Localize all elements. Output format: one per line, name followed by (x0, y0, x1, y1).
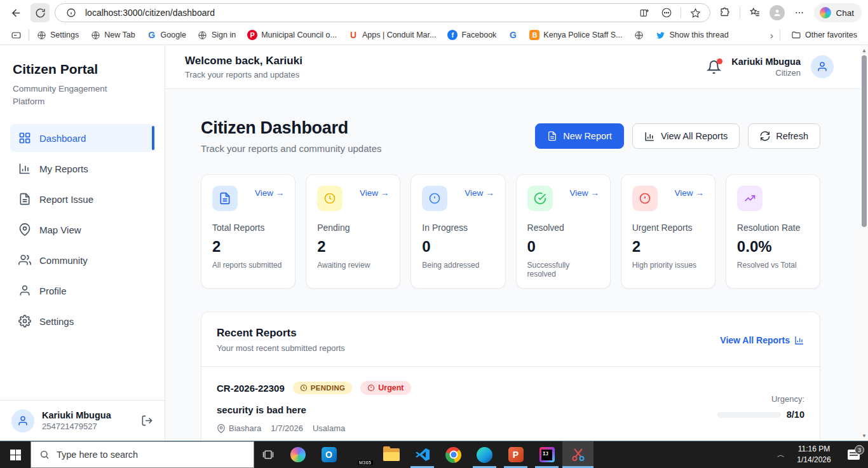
other-favorites-button[interactable]: Other favorites (787, 28, 862, 42)
view-all-reports-link[interactable]: View All Reports (720, 335, 804, 345)
sidebar-item-label: Map View (39, 224, 81, 235)
taskbar-app-m365-copilot[interactable]: M365 (344, 441, 376, 468)
stat-card-resolved[interactable]: View → Resolved 0 Successfully resolved (516, 174, 611, 289)
sidebar-user-name: Kariuki Mbugua (42, 410, 111, 420)
stat-value: 2 (632, 238, 704, 256)
report-id: CR-2026-22309 (217, 383, 285, 394)
document-icon (212, 186, 238, 211)
back-icon[interactable] (6, 3, 25, 22)
search-placeholder: Type here to search (57, 450, 138, 460)
sidebar-item-profile[interactable]: Profile (10, 277, 154, 305)
bookmark-google[interactable]: G Google (142, 28, 191, 42)
stat-card-pending[interactable]: View → Pending 2 Awaiting review (306, 174, 400, 289)
view-link[interactable]: View → (360, 188, 389, 198)
bookmark-globe-icon-only[interactable] (630, 28, 649, 42)
site-info-icon[interactable] (63, 4, 79, 21)
settings-menu-icon[interactable] (790, 3, 809, 22)
taskbar-search[interactable]: Type here to search (31, 441, 254, 468)
tray-clock[interactable]: 11:16 PM 1/14/2026 (789, 444, 839, 466)
sidebar-item-report-issue[interactable]: Report Issue (10, 185, 154, 213)
globe-icon (634, 30, 644, 40)
favorites-hub-icon[interactable] (745, 3, 764, 22)
bar-chart-icon (18, 162, 31, 175)
view-link[interactable]: View → (675, 188, 704, 198)
bookmark-sign-in[interactable]: Sign in (193, 28, 240, 42)
tray-chevron-icon[interactable]: ︿ (773, 450, 789, 460)
stat-card-total-reports[interactable]: View → Total Reports 2 All reports submi… (201, 174, 295, 289)
url-input[interactable]: localhost:3000/citizen/dashboard (85, 8, 630, 18)
sidebar-item-dashboard[interactable]: Dashboard (10, 124, 154, 152)
bookmark-new-tab[interactable]: New Tab (86, 28, 139, 42)
app-subtitle: Community Engagement Platform (13, 83, 121, 107)
taskbar-app-file-explorer[interactable] (376, 441, 407, 468)
view-all-reports-button[interactable]: View All Reports (632, 123, 740, 149)
taskbar-app-powerpoint[interactable]: P (500, 441, 531, 468)
sidebar-item-my-reports[interactable]: My Reports (10, 155, 154, 182)
view-link[interactable]: View → (569, 188, 599, 198)
bookmark-settings[interactable]: Settings (32, 28, 83, 42)
taskbar-app-outlook[interactable]: O (313, 441, 344, 468)
refresh-button[interactable]: Refresh (748, 123, 820, 149)
task-view-button[interactable] (254, 441, 282, 468)
document-icon (18, 193, 31, 205)
bar-chart-icon (794, 335, 804, 345)
sidebar-item-map-view[interactable]: Map View (10, 216, 154, 244)
facebook-icon: f (447, 30, 458, 40)
header-user-role: Citizen (731, 68, 801, 78)
view-link[interactable]: View → (465, 188, 494, 198)
address-bar[interactable]: localhost:3000/citizen/dashboard (55, 3, 710, 22)
taskbar-app-edge[interactable] (469, 441, 500, 468)
view-link[interactable]: View → (255, 188, 284, 198)
taskbar-app-vscode[interactable] (407, 441, 438, 468)
new-report-button[interactable]: New Report (535, 123, 624, 149)
favorite-star-icon[interactable] (687, 4, 703, 21)
bookmark-kenya-police[interactable]: B Kenya Police Staff S... (525, 28, 627, 42)
urgent-badge-label: Urgent (378, 383, 403, 392)
bookmark-conduit-apps[interactable]: U Apps | Conduit Mar... (344, 28, 441, 42)
page-title: Citizen Dashboard (201, 118, 382, 138)
taskbar-app-snipping-tool[interactable] (562, 441, 593, 468)
bookmark-label: Municipal Council o... (261, 31, 337, 39)
scroll-down-icon[interactable]: ▼ (860, 432, 868, 439)
logout-icon[interactable] (141, 415, 153, 427)
report-row[interactable]: CR-2026-22309 PENDING Urgent security is… (201, 367, 820, 441)
stat-sub: High priority issues (632, 261, 704, 270)
clock-icon (317, 186, 342, 211)
report-category: Usalama (313, 423, 345, 433)
more-tools-icon[interactable] (658, 4, 675, 21)
bookmark-label: New Tab (104, 31, 135, 39)
bookmark-municipal-council[interactable]: P Municipal Council o... (243, 28, 341, 42)
scrollbar-thumb[interactable] (862, 55, 867, 227)
split-screen-icon[interactable] (636, 4, 653, 21)
bookmark-google-icon-only[interactable]: G (503, 28, 522, 42)
taskbar-app-copilot[interactable] (282, 441, 313, 468)
bookmarks-overflow-chevron[interactable]: › (770, 30, 773, 41)
notification-center-button[interactable]: 3 (839, 450, 868, 460)
stat-card-in-progress[interactable]: View → In Progress 0 Being addressed (410, 174, 505, 289)
scroll-up-icon[interactable]: ▲ (860, 46, 868, 54)
start-button[interactable] (0, 441, 31, 468)
extensions-icon[interactable] (715, 3, 735, 22)
globe-icon (36, 30, 46, 40)
map-pin-icon (217, 424, 226, 433)
copilot-chat-button[interactable]: Chat (814, 3, 862, 22)
powerpoint-icon: P (508, 447, 524, 462)
stat-label: Pending (317, 223, 389, 233)
taskbar-app-intellij[interactable]: IJ (531, 441, 562, 468)
notifications-bell-icon[interactable] (707, 60, 721, 74)
bookmark-show-this-thread[interactable]: Show this thread (651, 28, 733, 42)
sidebar-item-settings[interactable]: Settings (10, 307, 154, 335)
reload-icon[interactable] (31, 3, 50, 22)
reading-list-icon[interactable] (6, 28, 26, 43)
status-badge-pending: PENDING (293, 382, 353, 394)
sidebar-item-community[interactable]: Community (10, 246, 154, 274)
alert-circle-icon (367, 384, 375, 392)
stat-card-resolution-rate[interactable]: Resolution Rate 0.0% Resolved vs Total (726, 174, 820, 289)
bookmark-label: Google (161, 31, 186, 39)
taskbar-app-chrome[interactable] (438, 441, 469, 468)
bookmark-facebook[interactable]: f Facebook (443, 28, 501, 42)
browser-profile-avatar[interactable] (770, 5, 785, 20)
header-avatar[interactable] (811, 55, 834, 78)
scrollbar[interactable]: ▲ ▼ (860, 45, 868, 441)
stat-card-urgent-reports[interactable]: View → Urgent Reports 2 High priority is… (621, 174, 715, 289)
